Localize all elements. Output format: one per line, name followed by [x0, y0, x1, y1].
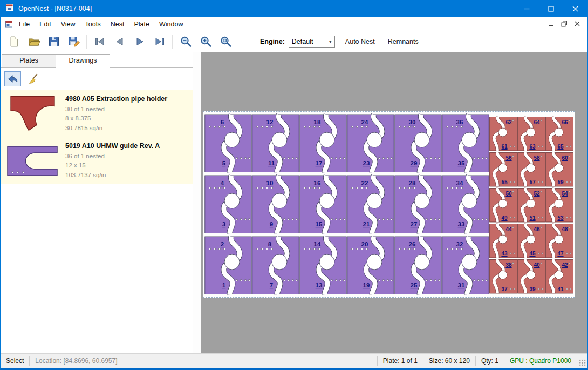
- menu-file[interactable]: File: [14, 18, 35, 30]
- nested-part-pair[interactable]: 26 25: [394, 235, 442, 296]
- save-as-button[interactable]: [64, 33, 84, 50]
- drawing-nested-count: 36 of 1 nested: [65, 152, 160, 161]
- nested-part-pair[interactable]: 4 3: [204, 174, 252, 235]
- svg-text:48: 48: [562, 226, 568, 232]
- tab-plates[interactable]: Plates: [2, 54, 56, 67]
- broom-icon: [28, 73, 39, 85]
- svg-text:26: 26: [409, 241, 416, 247]
- nested-part-pair[interactable]: 46 45: [517, 223, 545, 259]
- nested-part-pair[interactable]: 42 41: [545, 259, 573, 294]
- app-window: OpenNest - [N0317-004] FileEditViewTools…: [0, 0, 588, 370]
- drawing-area: 103.7137 sq/in: [65, 171, 160, 180]
- nested-part-pair[interactable]: 48 47: [545, 223, 573, 259]
- nested-part-pair[interactable]: 2 1: [204, 235, 252, 296]
- import-drawing-button[interactable]: [4, 71, 21, 86]
- nested-part-pair[interactable]: 38 37: [489, 259, 517, 294]
- nested-part-pair[interactable]: 6 5: [204, 113, 252, 174]
- remnants-button[interactable]: Remnants: [385, 36, 421, 48]
- tab-drawings[interactable]: Drawings: [56, 54, 110, 68]
- svg-text:27: 27: [411, 221, 418, 227]
- svg-text:43: 43: [501, 251, 508, 257]
- drawing-size: 12 x 15: [65, 161, 160, 170]
- clean-drawings-button[interactable]: [25, 71, 42, 86]
- resize-grip[interactable]: [579, 359, 586, 367]
- drawing-area: 30.7815 sq/in: [65, 124, 167, 133]
- menu-plate[interactable]: Plate: [129, 18, 154, 30]
- drawing-size: 8 x 8.375: [65, 114, 167, 123]
- zoom-in-button[interactable]: [195, 33, 215, 50]
- last-plate-icon: [153, 35, 166, 48]
- save-as-floppy-pencil-icon: [67, 35, 80, 48]
- mdi-minimize-button[interactable]: [545, 18, 558, 29]
- nested-part-pair[interactable]: 12 11: [252, 113, 299, 174]
- svg-text:61: 61: [501, 144, 508, 150]
- drawing-item[interactable]: 5019 A10 UHMW guide Rev. A 36 of 1 neste…: [1, 138, 193, 184]
- nested-part-pair[interactable]: 34 33: [442, 174, 489, 235]
- status-mode: Select: [1, 357, 29, 365]
- chevron-down-icon: ▾: [329, 38, 332, 44]
- main-toolbar: Engine: Default ▾ Auto Nest Remnants: [1, 31, 587, 52]
- engine-label: Engine:: [260, 38, 285, 45]
- next-plate-button[interactable]: [129, 33, 149, 50]
- nested-part-pair[interactable]: 52 51: [517, 187, 545, 223]
- auto-nest-button[interactable]: Auto Nest: [343, 36, 378, 48]
- minimize-button[interactable]: [515, 1, 539, 17]
- svg-text:12: 12: [266, 119, 274, 125]
- nested-part-pair[interactable]: 66 65: [545, 116, 573, 152]
- first-plate-button[interactable]: [90, 33, 110, 50]
- svg-text:46: 46: [534, 226, 540, 232]
- menu-nest[interactable]: Nest: [106, 18, 129, 30]
- title-bar[interactable]: OpenNest - [N0317-004]: [1, 1, 587, 17]
- last-plate-button[interactable]: [149, 33, 169, 50]
- toolbar-separator: [86, 35, 87, 49]
- nested-part-pair[interactable]: 50 49: [489, 187, 517, 223]
- drawing-title: 4980 A05 Extraction pipe holder: [65, 95, 167, 103]
- nested-part-pair[interactable]: 54 53: [545, 187, 573, 223]
- panel-splitter[interactable]: [193, 52, 201, 353]
- svg-text:54: 54: [562, 191, 568, 197]
- open-button[interactable]: [24, 33, 44, 50]
- menu-tools[interactable]: Tools: [80, 18, 106, 30]
- zoom-fit-button[interactable]: [215, 33, 235, 50]
- document-icon: [3, 20, 14, 28]
- maximize-button[interactable]: [539, 1, 563, 17]
- svg-text:9: 9: [270, 221, 273, 227]
- nested-part-pair[interactable]: 10 9: [252, 174, 299, 235]
- nested-part-pair[interactable]: 18 17: [299, 113, 347, 174]
- nested-part-pair[interactable]: 56 55: [489, 152, 517, 187]
- menu-view[interactable]: View: [56, 18, 80, 30]
- nested-part-pair[interactable]: 60 59: [545, 152, 573, 187]
- nested-part-pair[interactable]: 30 29: [394, 113, 442, 174]
- nested-part-pair[interactable]: 20 19: [347, 235, 394, 296]
- svg-text:15: 15: [316, 221, 323, 227]
- nested-part-pair[interactable]: 62 61: [489, 116, 517, 152]
- nested-part-pair[interactable]: 24 23: [347, 113, 394, 174]
- nested-part-pair[interactable]: 58 57: [517, 152, 545, 187]
- nested-part-pair[interactable]: 22 21: [347, 174, 394, 235]
- mdi-close-button[interactable]: [571, 18, 584, 29]
- save-button[interactable]: [44, 33, 64, 50]
- engine-select[interactable]: Default ▾: [289, 36, 335, 48]
- previous-plate-button[interactable]: [110, 33, 129, 50]
- nesting-canvas[interactable]: 6 5 12 11 18 17 24 23 30 29 36 35 4 3 10…: [201, 52, 587, 353]
- mdi-restore-button[interactable]: [558, 18, 571, 29]
- drawing-item[interactable]: 4980 A05 Extraction pipe holder 30 of 1 …: [1, 90, 193, 138]
- svg-text:49: 49: [501, 215, 508, 221]
- close-button[interactable]: [563, 1, 587, 17]
- nested-part-pair[interactable]: 28 27: [394, 174, 442, 235]
- nested-part-pair[interactable]: 40 39: [517, 259, 545, 294]
- plate[interactable]: 6 5 12 11 18 17 24 23 30 29 36 35 4 3 10…: [203, 111, 575, 298]
- nested-part-pair[interactable]: 32 31: [442, 235, 489, 296]
- nested-part-pair[interactable]: 36 35: [442, 113, 489, 174]
- nested-part-pair[interactable]: 16 15: [299, 174, 347, 235]
- menu-window[interactable]: Window: [154, 18, 188, 30]
- new-button[interactable]: [4, 33, 24, 50]
- zoom-out-button[interactable]: [175, 33, 195, 50]
- menu-edit[interactable]: Edit: [35, 18, 56, 30]
- svg-text:52: 52: [534, 191, 540, 197]
- svg-text:17: 17: [316, 160, 323, 166]
- nested-part-pair[interactable]: 14 13: [299, 235, 347, 296]
- nested-part-pair[interactable]: 64 63: [517, 116, 545, 152]
- nested-part-pair[interactable]: 8 7: [252, 235, 299, 296]
- nested-part-pair[interactable]: 44 43: [489, 223, 517, 259]
